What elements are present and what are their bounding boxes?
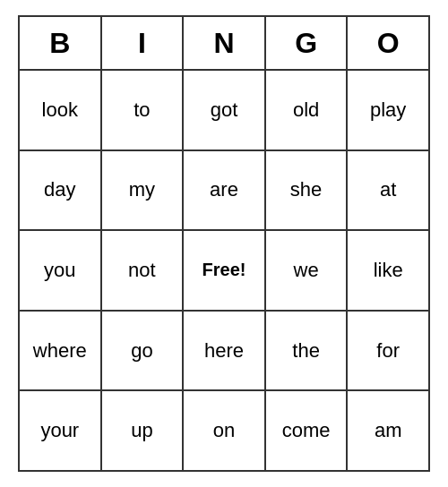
bingo-cell-0-0: look [20, 71, 102, 150]
bingo-cell-3-3: the [266, 312, 349, 390]
bingo-cell-1-2: are [184, 151, 266, 230]
header-cell-o: O [348, 17, 428, 69]
bingo-card: BINGO looktogotoldplaydaymyaresheatyouno… [18, 15, 430, 472]
bingo-cell-4-2: on [184, 391, 266, 470]
bingo-cell-2-4: like [348, 231, 428, 310]
bingo-cell-1-1: my [102, 151, 185, 230]
bingo-cell-3-1: go [102, 312, 185, 390]
bingo-cell-3-0: where [20, 312, 102, 390]
bingo-header: BINGO [20, 17, 428, 71]
bingo-cell-2-0: you [20, 231, 102, 310]
bingo-cell-4-3: come [266, 391, 349, 470]
bingo-cell-4-4: am [348, 391, 428, 470]
bingo-cell-2-3: we [266, 231, 349, 310]
bingo-cell-3-4: for [348, 312, 428, 390]
header-cell-n: N [184, 17, 266, 69]
bingo-row-2: daymyaresheat [20, 151, 428, 232]
bingo-cell-4-0: your [20, 391, 102, 470]
bingo-cell-3-2: here [184, 312, 266, 390]
bingo-cell-0-4: play [348, 71, 428, 150]
bingo-cell-1-0: day [20, 151, 102, 230]
bingo-cell-1-3: she [266, 151, 349, 230]
bingo-cell-2-1: not [102, 231, 185, 310]
bingo-row-5: youruponcomeam [20, 391, 428, 470]
bingo-cell-2-2: Free! [184, 231, 266, 310]
bingo-cell-1-4: at [348, 151, 428, 230]
bingo-row-4: wheregoherethefor [20, 312, 428, 392]
bingo-row-1: looktogotoldplay [20, 71, 428, 151]
header-cell-g: G [266, 17, 349, 69]
bingo-cell-4-1: up [102, 391, 185, 470]
bingo-cell-0-1: to [102, 71, 185, 150]
bingo-cell-0-2: got [184, 71, 266, 150]
bingo-body: looktogotoldplaydaymyaresheatyounotFree!… [20, 71, 428, 470]
header-cell-b: B [20, 17, 102, 69]
header-cell-i: I [102, 17, 185, 69]
bingo-row-3: younotFree!welike [20, 231, 428, 312]
bingo-cell-0-3: old [266, 71, 349, 150]
